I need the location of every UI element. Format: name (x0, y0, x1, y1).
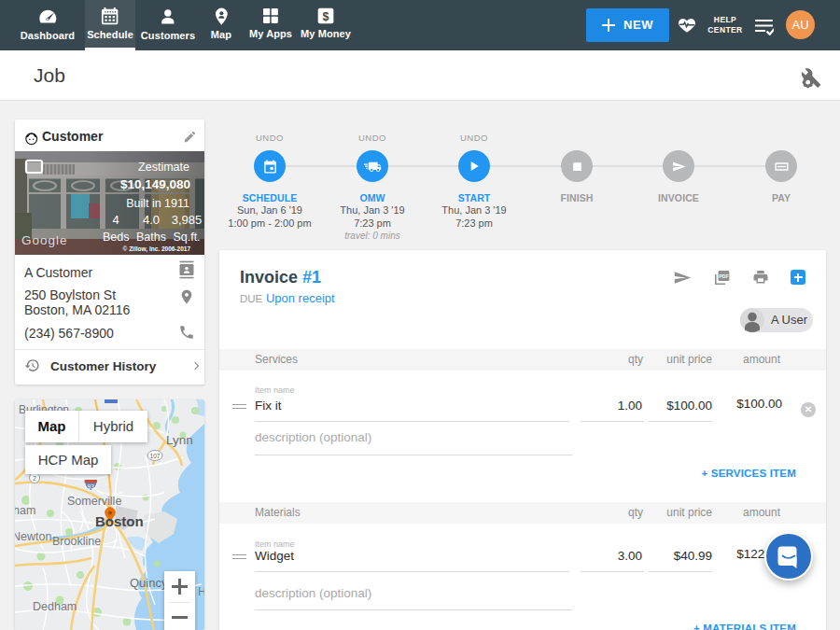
svg-text:Brookline: Brookline (52, 535, 101, 548)
svg-text:PDF: PDF (719, 273, 728, 279)
svg-text:107: 107 (150, 453, 161, 459)
svg-text:Lynn: Lynn (166, 433, 193, 447)
svg-text:Boston: Boston (95, 513, 144, 529)
svg-text:Hi: Hi (198, 585, 204, 598)
svg-text:Quincy: Quincy (130, 576, 168, 590)
svg-text:$: $ (323, 10, 329, 23)
svg-text:Somerville: Somerville (67, 495, 121, 508)
svg-text:2: 2 (33, 475, 36, 482)
svg-text:Newton: Newton (15, 530, 51, 543)
svg-text:93: 93 (88, 483, 95, 490)
svg-text:Dedham: Dedham (33, 600, 77, 613)
svg-text:ham: ham (15, 504, 35, 517)
